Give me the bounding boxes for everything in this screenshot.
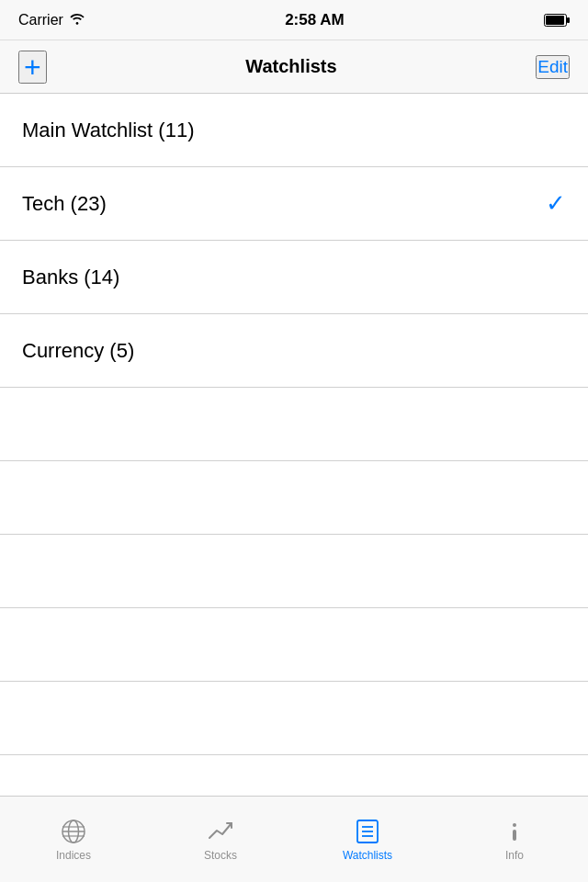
tab-info[interactable]: Info: [441, 818, 588, 862]
tab-watchlists[interactable]: Watchlists: [294, 818, 441, 862]
nav-bar: + Watchlists Edit: [0, 40, 588, 94]
selected-checkmark: ✓: [546, 189, 566, 218]
stocks-icon: [207, 818, 234, 845]
empty-row: [0, 461, 588, 535]
tab-stocks-label: Stocks: [204, 849, 237, 862]
list-item[interactable]: Currency (5): [0, 314, 588, 388]
edit-button[interactable]: Edit: [536, 55, 570, 79]
info-icon: [501, 818, 528, 845]
empty-row: [0, 682, 588, 755]
add-button[interactable]: +: [18, 51, 47, 84]
tab-stocks[interactable]: Stocks: [147, 818, 294, 862]
watchlist-name: Main Watchlist (11): [22, 119, 194, 142]
tab-bar: Indices Stocks Watchlists: [0, 796, 588, 882]
status-time: 2:58 AM: [285, 11, 345, 29]
tab-indices[interactable]: Indices: [0, 818, 147, 862]
empty-row: [0, 535, 588, 608]
globe-icon: [60, 818, 87, 845]
watchlist-container: Main Watchlist (11) Tech (23) ✓ Banks (1…: [0, 94, 588, 755]
svg-rect-1: [567, 17, 570, 23]
wifi-icon: [69, 12, 85, 28]
watchlist-name: Currency (5): [22, 339, 134, 363]
watchlist-name: Banks (14): [22, 266, 119, 289]
svg-point-12: [513, 823, 516, 827]
list-item[interactable]: Banks (14): [0, 241, 588, 314]
tab-indices-label: Indices: [56, 849, 91, 862]
tab-watchlists-label: Watchlists: [343, 849, 392, 862]
watchlist-name: Tech (23): [22, 192, 107, 216]
status-bar: Carrier 2:58 AM: [0, 0, 588, 40]
list-item[interactable]: Tech (23) ✓: [0, 167, 588, 241]
carrier-label: Carrier: [18, 12, 85, 28]
list-item[interactable]: Main Watchlist (11): [0, 94, 588, 167]
tab-info-label: Info: [505, 849, 524, 862]
page-title: Watchlists: [245, 56, 336, 77]
battery-icon: [544, 14, 570, 27]
empty-row: [0, 388, 588, 461]
carrier-text: Carrier: [18, 12, 63, 28]
watchlists-icon: [354, 818, 381, 845]
svg-rect-13: [513, 830, 516, 841]
svg-rect-2: [546, 16, 564, 25]
empty-row: [0, 608, 588, 682]
